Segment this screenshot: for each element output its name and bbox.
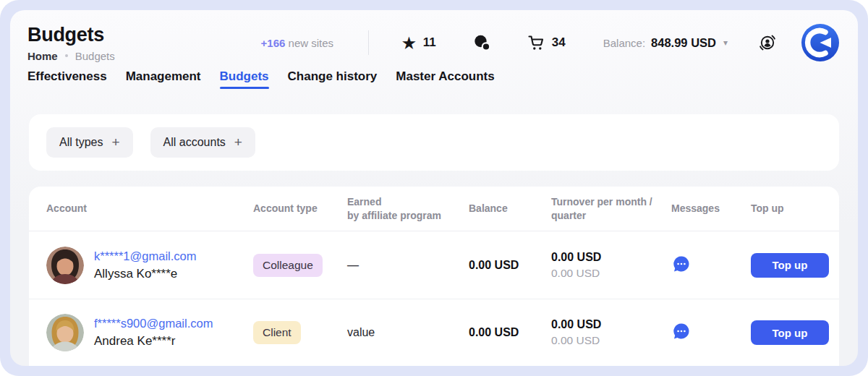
account-name: Andrea Ke****r xyxy=(94,334,213,349)
page-background: Budgets Home Budgets +166 new sites ★ 11 xyxy=(0,0,868,376)
top-bar: Budgets Home Budgets +166 new sites ★ 11 xyxy=(10,10,858,62)
plus-icon: + xyxy=(234,134,242,150)
message-button[interactable] xyxy=(671,321,692,341)
turnover-cell: 0.00 USD 0.00 USD xyxy=(551,251,671,280)
breadcrumb-separator-dot xyxy=(65,54,68,57)
tab-master-accounts[interactable]: Master Accounts xyxy=(396,69,494,93)
col-header-messages: Messages xyxy=(671,202,751,215)
budgets-table-card: Account Account type Earned by affiliate… xyxy=(29,187,839,366)
chevron-down-icon: ▾ xyxy=(723,38,728,48)
account-type-badge: Client xyxy=(253,321,301,344)
balance-cell: 0.00 USD xyxy=(469,259,551,272)
account-type-badge: Colleague xyxy=(253,254,323,277)
tab-budgets[interactable]: Budgets xyxy=(220,69,269,93)
plus-icon: + xyxy=(111,134,119,150)
topbar-divider xyxy=(368,30,369,55)
balance-label: Balance: xyxy=(603,37,645,49)
new-sites-label: new sites xyxy=(285,37,333,49)
tab-effectiveness[interactable]: Effectiveness xyxy=(27,69,107,93)
balance-value: 848.99 USD xyxy=(651,36,716,50)
star-icon: ★ xyxy=(402,35,416,51)
page-title: Budgets xyxy=(27,24,261,46)
account-info: f*****s900@gmail.com Andrea Ke****r xyxy=(94,317,213,349)
account-cell: f*****s900@gmail.com Andrea Ke****r xyxy=(46,314,253,351)
table-row: f*****s900@gmail.com Andrea Ke****r Clie… xyxy=(29,299,839,366)
tab-bar: Effectiveness Management Budgets Change … xyxy=(10,62,858,93)
col-header-account-type: Account type xyxy=(253,202,347,215)
message-bubble-icon xyxy=(671,321,692,341)
turnover-quarter: 0.00 USD xyxy=(551,267,671,280)
col-header-account: Account xyxy=(46,202,253,215)
col-header-turnover: Turnover per month / quarter xyxy=(551,195,671,223)
turnover-quarter: 0.00 USD xyxy=(551,334,671,347)
filters-card: All types + All accounts + xyxy=(29,114,839,171)
breadcrumb-current: Budgets xyxy=(75,50,115,62)
col-header-top-up: Top up xyxy=(751,202,839,215)
main-panel: Budgets Home Budgets +166 new sites ★ 11 xyxy=(10,10,858,366)
breadcrumb: Home Budgets xyxy=(27,50,261,62)
account-email-link[interactable]: k*****1@gmail.com xyxy=(94,249,196,263)
account-email-link[interactable]: f*****s900@gmail.com xyxy=(94,317,213,330)
title-block: Budgets Home Budgets xyxy=(27,24,261,62)
account-name: Allyssa Ko****e xyxy=(94,267,196,281)
turnover-cell: 0.00 USD 0.00 USD xyxy=(551,318,671,347)
table-row: k*****1@gmail.com Allyssa Ko****e Collea… xyxy=(29,231,839,299)
col-header-balance: Balance xyxy=(469,202,551,215)
balance-cell: 0.00 USD xyxy=(469,326,551,339)
col-header-earned: Earned by affiliate program xyxy=(347,195,469,223)
cart-counter[interactable]: 34 xyxy=(527,34,566,51)
notifications-button[interactable] xyxy=(757,32,778,54)
favorites-counter[interactable]: ★ 11 xyxy=(402,35,436,51)
tab-management[interactable]: Management xyxy=(126,69,201,93)
cart-count: 34 xyxy=(552,35,566,50)
filter-all-types-label: All types xyxy=(59,136,103,149)
turnover-month: 0.00 USD xyxy=(551,251,671,264)
earned-value: — xyxy=(347,259,469,272)
chat-icon xyxy=(472,33,491,52)
message-button[interactable] xyxy=(671,254,692,274)
favorites-count: 11 xyxy=(423,35,436,50)
app-logo[interactable] xyxy=(801,24,839,61)
filter-all-accounts-label: All accounts xyxy=(163,136,226,149)
new-sites-counter[interactable]: +166 new sites xyxy=(261,37,334,49)
message-bubble-icon xyxy=(671,254,692,274)
tab-change-history[interactable]: Change history xyxy=(288,69,378,93)
table-header-row: Account Account type Earned by affiliate… xyxy=(29,187,839,231)
account-info: k*****1@gmail.com Allyssa Ko****e xyxy=(94,249,196,281)
filter-all-accounts[interactable]: All accounts + xyxy=(150,127,255,158)
top-up-button[interactable]: Top up xyxy=(751,253,829,278)
balance-dropdown[interactable]: Balance: 848.99 USD ▾ xyxy=(603,36,728,50)
cart-icon xyxy=(527,34,545,51)
top-up-button[interactable]: Top up xyxy=(751,320,829,345)
turnover-month: 0.00 USD xyxy=(551,318,671,331)
notification-person-icon xyxy=(757,32,778,54)
account-cell: k*****1@gmail.com Allyssa Ko****e xyxy=(46,247,253,284)
avatar xyxy=(46,314,84,351)
chat-button[interactable] xyxy=(472,33,491,52)
logo-icon xyxy=(801,24,839,61)
earned-value: value xyxy=(347,326,469,339)
filter-all-types[interactable]: All types + xyxy=(46,127,133,158)
new-sites-count: +166 xyxy=(261,37,286,49)
avatar xyxy=(46,247,84,284)
breadcrumb-home[interactable]: Home xyxy=(27,50,58,62)
